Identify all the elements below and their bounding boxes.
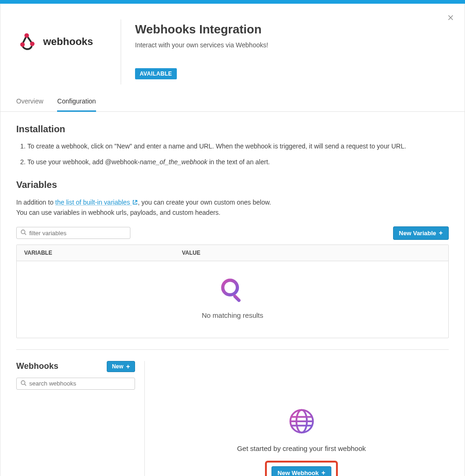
step2-pre: To use your webhook, add @webhook- — [27, 158, 140, 166]
title-block: Webhooks Integration Interact with your … — [135, 19, 449, 79]
variables-intro: In addition to the list of built-in vari… — [16, 198, 449, 218]
new-webhook-button[interactable]: New Webhook + — [271, 466, 331, 476]
variables-intro-line2: You can use variables in webhook urls, p… — [16, 209, 220, 216]
logo-block: webhooks — [16, 19, 107, 53]
variables-empty-state: No matching results — [17, 261, 448, 338]
variables-table: VARIABLE VALUE No matchi — [16, 244, 449, 338]
filter-variables-box[interactable] — [16, 227, 130, 239]
search-webhooks-box[interactable] — [16, 378, 135, 390]
variables-intro-link-text: the list of built-in variables — [55, 199, 130, 206]
empty-message: No matching results — [17, 311, 448, 319]
webhooks-zone: Webhooks New + — [16, 361, 449, 476]
variables-heading: Variables — [16, 180, 449, 190]
close-button[interactable] — [445, 12, 456, 23]
webhooks-header-row: Webhooks New + — [16, 361, 135, 372]
svg-point-1 — [20, 42, 25, 47]
tab-overview[interactable]: Overview — [16, 93, 43, 111]
new-webhook-label: New Webhook — [278, 470, 319, 476]
new-label: New — [112, 363, 123, 370]
variables-toolbar: New Variable + — [16, 226, 449, 240]
page-subtitle: Interact with your own services via Webh… — [135, 41, 449, 49]
section-divider — [16, 349, 449, 350]
webhooks-heading: Webhooks — [16, 361, 58, 371]
tab-configuration[interactable]: Configuration — [57, 93, 96, 112]
variables-intro-pre: In addition to — [16, 199, 55, 206]
webhooks-sidebar: Webhooks New + — [16, 361, 135, 476]
logo-wordmark: webhooks — [43, 36, 93, 48]
installation-step-1: To create a webhook, click on "New" and … — [27, 142, 449, 151]
svg-rect-5 — [232, 294, 241, 302]
close-icon — [447, 14, 454, 21]
built-in-variables-link[interactable]: the list of built-in variables — [55, 199, 138, 206]
vertical-separator — [144, 361, 145, 476]
search-icon — [20, 380, 26, 387]
installation-steps: To create a webhook, click on "New" and … — [16, 142, 449, 167]
status-badge: AVAILABLE — [135, 68, 177, 79]
new-variable-label: New Variable — [399, 230, 436, 237]
new-variable-button[interactable]: New Variable + — [393, 226, 449, 240]
svg-point-2 — [30, 42, 35, 46]
getstarted-text: Get started by creating your first webho… — [237, 444, 366, 452]
highlight-frame: New Webhook + — [265, 461, 338, 476]
tabs: Overview Configuration — [0, 93, 465, 112]
webhooks-icon — [16, 31, 39, 53]
page-title: Webhooks Integration — [135, 22, 449, 37]
column-variable: VARIABLE — [17, 245, 174, 261]
header-divider — [121, 19, 121, 84]
magnifier-icon — [220, 277, 245, 303]
plus-icon: + — [322, 470, 325, 476]
variables-intro-post: , you can create your own custom ones be… — [138, 199, 271, 206]
webhooks-empty-state: Get started by creating your first webho… — [154, 361, 449, 476]
plus-icon: + — [439, 230, 443, 236]
column-value: VALUE — [174, 245, 448, 261]
header: webhooks Webhooks Integration Interact w… — [0, 4, 465, 84]
new-button[interactable]: New + — [107, 361, 135, 372]
globe-icon — [288, 407, 316, 435]
search-webhooks-input[interactable] — [29, 380, 131, 387]
plus-icon: + — [126, 363, 130, 370]
step2-post: in the text of an alert. — [207, 158, 270, 166]
svg-point-4 — [223, 280, 238, 295]
svg-point-3 — [21, 230, 25, 234]
integration-modal: webhooks Webhooks Integration Interact w… — [0, 4, 465, 476]
variables-section: Variables In addition to the list of bui… — [16, 180, 449, 338]
svg-point-6 — [21, 380, 25, 384]
installation-heading: Installation — [16, 124, 449, 135]
top-accent-bar — [0, 0, 465, 4]
installation-step-2: To use your webhook, add @webhook-name_o… — [27, 158, 449, 167]
filter-variables-input[interactable] — [29, 230, 126, 237]
svg-point-0 — [25, 33, 29, 38]
step2-italic: name_of_the_webhook — [140, 158, 207, 166]
content: Installation To create a webhook, click … — [0, 112, 465, 476]
variables-table-header: VARIABLE VALUE — [17, 245, 448, 261]
external-link-icon — [132, 198, 138, 204]
search-icon — [20, 229, 26, 237]
